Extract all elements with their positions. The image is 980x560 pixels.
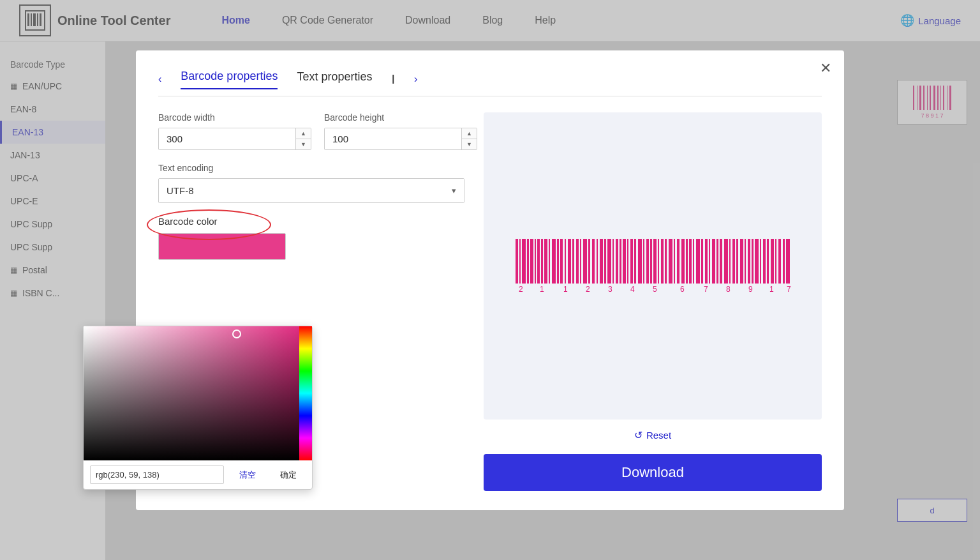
color-swatch[interactable] bbox=[158, 233, 286, 260]
svg-rect-21 bbox=[572, 239, 574, 284]
svg-rect-75 bbox=[783, 239, 785, 284]
svg-rect-12 bbox=[537, 239, 540, 284]
width-up-btn[interactable]: ▲ bbox=[296, 128, 311, 139]
svg-rect-55 bbox=[705, 239, 708, 284]
color-picker: 清空 确定 bbox=[83, 326, 313, 490]
svg-rect-30 bbox=[607, 239, 611, 284]
svg-rect-20 bbox=[568, 239, 571, 284]
download-button[interactable]: Download bbox=[484, 454, 822, 491]
svg-rect-47 bbox=[674, 239, 675, 284]
svg-text:2: 2 bbox=[519, 285, 523, 293]
svg-rect-22 bbox=[576, 239, 579, 284]
svg-rect-25 bbox=[588, 239, 590, 284]
svg-rect-42 bbox=[653, 239, 657, 284]
svg-text:1: 1 bbox=[540, 285, 544, 293]
svg-text:8: 8 bbox=[726, 285, 731, 293]
svg-rect-76 bbox=[786, 239, 790, 284]
svg-rect-33 bbox=[620, 239, 621, 284]
svg-rect-17 bbox=[557, 239, 559, 284]
modal-close-button[interactable]: ✕ bbox=[820, 60, 831, 77]
svg-rect-8 bbox=[522, 239, 526, 284]
svg-rect-34 bbox=[623, 239, 626, 284]
svg-rect-61 bbox=[729, 239, 731, 284]
encoding-select-wrap: UTF-8 ISO-8859-1 ASCII ▾ bbox=[158, 178, 464, 203]
svg-text:7: 7 bbox=[787, 285, 791, 293]
barcode-height-input[interactable] bbox=[325, 128, 461, 149]
svg-rect-72 bbox=[771, 239, 774, 284]
height-up-btn[interactable]: ▲ bbox=[462, 128, 477, 139]
svg-rect-13 bbox=[541, 239, 543, 284]
height-spinners: ▲ ▼ bbox=[461, 128, 477, 149]
svg-rect-45 bbox=[665, 239, 667, 284]
svg-rect-58 bbox=[716, 239, 718, 284]
svg-rect-50 bbox=[686, 239, 688, 284]
svg-rect-43 bbox=[658, 239, 659, 284]
svg-rect-73 bbox=[775, 239, 776, 284]
tab-barcode-properties[interactable]: Barcode properties bbox=[181, 70, 278, 89]
svg-rect-71 bbox=[767, 239, 769, 284]
svg-rect-16 bbox=[552, 239, 556, 284]
svg-rect-67 bbox=[752, 239, 754, 284]
height-down-btn[interactable]: ▼ bbox=[462, 139, 477, 149]
barcode-image: 2 1 1 2 3 4 5 6 7 8 9 1 7 bbox=[509, 239, 796, 293]
svg-rect-63 bbox=[736, 239, 738, 284]
svg-rect-69 bbox=[760, 239, 761, 284]
barcode-preview-area: 2 1 1 2 3 4 5 6 7 8 9 1 7 bbox=[484, 112, 822, 420]
reset-icon: ↺ bbox=[634, 429, 642, 441]
svg-rect-48 bbox=[677, 239, 679, 284]
svg-rect-31 bbox=[612, 239, 614, 284]
svg-rect-53 bbox=[696, 239, 700, 284]
svg-text:6: 6 bbox=[680, 285, 685, 293]
picker-confirm-button[interactable]: 确定 bbox=[271, 466, 306, 484]
barcode-width-input[interactable] bbox=[159, 128, 295, 149]
svg-rect-24 bbox=[583, 239, 587, 284]
encoding-label: Text encoding bbox=[158, 163, 464, 173]
svg-rect-10 bbox=[530, 239, 533, 284]
barcode-height-group: Barcode height ▲ ▼ bbox=[324, 112, 477, 150]
rgb-input[interactable] bbox=[90, 465, 224, 484]
modal-right-panel: 2 1 1 2 3 4 5 6 7 8 9 1 7 bbox=[484, 112, 822, 491]
svg-text:3: 3 bbox=[608, 285, 612, 293]
svg-rect-37 bbox=[634, 239, 636, 284]
svg-rect-40 bbox=[646, 239, 649, 284]
dimensions-row: Barcode width ▲ ▼ Barcode height bbox=[158, 112, 464, 150]
width-down-btn[interactable]: ▼ bbox=[296, 139, 311, 149]
svg-rect-14 bbox=[544, 239, 547, 284]
svg-rect-36 bbox=[630, 239, 633, 284]
svg-text:4: 4 bbox=[630, 285, 635, 293]
svg-text:1: 1 bbox=[769, 285, 774, 293]
svg-text:9: 9 bbox=[748, 285, 753, 293]
color-gradient[interactable] bbox=[84, 326, 312, 460]
barcode-height-input-wrap: ▲ ▼ bbox=[324, 128, 477, 150]
barcode-height-label: Barcode height bbox=[324, 112, 477, 123]
svg-rect-66 bbox=[748, 239, 750, 284]
svg-rect-32 bbox=[616, 239, 618, 284]
encoding-select[interactable]: UTF-8 ISO-8859-1 ASCII bbox=[159, 179, 464, 202]
svg-rect-56 bbox=[709, 239, 710, 284]
color-picker-area[interactable] bbox=[84, 326, 312, 460]
tab-text-properties[interactable]: Text properties bbox=[297, 70, 372, 89]
tab-arrow-right[interactable]: › bbox=[414, 73, 417, 85]
picker-clear-button[interactable]: 清空 bbox=[230, 466, 265, 484]
svg-rect-49 bbox=[681, 239, 685, 284]
svg-rect-60 bbox=[724, 239, 728, 284]
color-label: Barcode color bbox=[158, 216, 218, 227]
cursor-icon: I bbox=[391, 72, 395, 87]
svg-rect-62 bbox=[732, 239, 735, 284]
svg-rect-46 bbox=[669, 239, 672, 284]
svg-text:7: 7 bbox=[704, 285, 708, 293]
picker-bottom: 清空 确定 bbox=[84, 460, 312, 484]
tab-arrow-left[interactable]: ‹ bbox=[158, 73, 161, 85]
svg-rect-51 bbox=[689, 239, 692, 284]
svg-rect-41 bbox=[650, 239, 652, 284]
svg-rect-18 bbox=[560, 239, 563, 284]
svg-text:1: 1 bbox=[563, 285, 568, 293]
barcode-width-label: Barcode width bbox=[158, 112, 311, 123]
hue-slider[interactable] bbox=[299, 326, 312, 460]
svg-rect-35 bbox=[627, 239, 628, 284]
modal-tabs: ‹ Barcode properties Text properties I › bbox=[158, 70, 822, 96]
reset-button[interactable]: ↺ Reset bbox=[634, 429, 671, 441]
svg-rect-19 bbox=[565, 239, 566, 284]
svg-rect-65 bbox=[745, 239, 746, 284]
encoding-group: Text encoding UTF-8 ISO-8859-1 ASCII ▾ bbox=[158, 163, 464, 203]
